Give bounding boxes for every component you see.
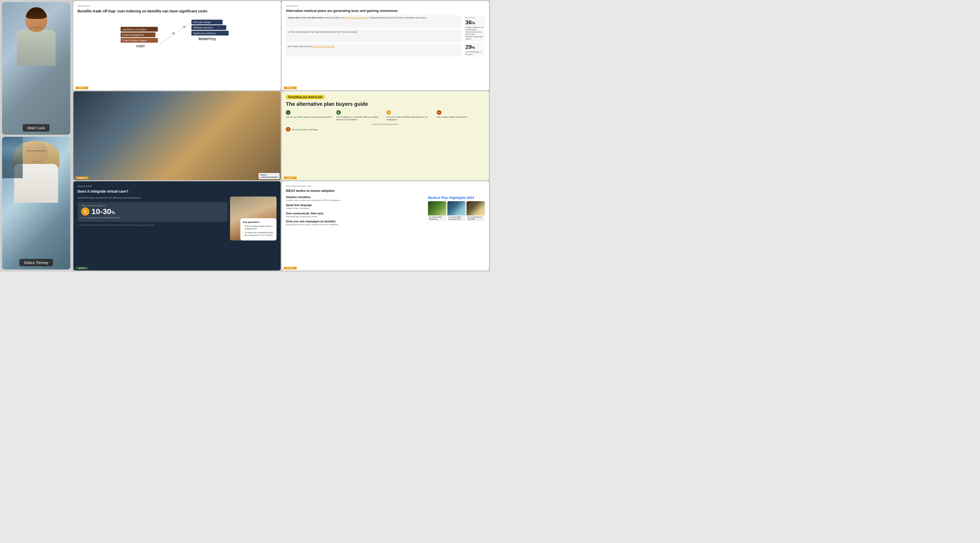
virtual-layout: Virtual-first plans are best for cost ef… xyxy=(78,196,277,240)
savings-label: VHPs can drive savings of xyxy=(81,205,224,207)
slide1-title: Benefits trade off trap: over-indexing o… xyxy=(78,9,277,13)
benefits-svg: Significant cost impact Limited engageme… xyxy=(78,16,277,49)
benefits-diagram: Significant cost impact Limited engageme… xyxy=(78,16,277,49)
slide1-intro: Introduction xyxy=(78,5,277,7)
slide6-intro: Key Implementation Tips xyxy=(286,185,485,188)
plan-card-firefly: Hi, I'm the Firefly Health Plan. xyxy=(428,201,446,221)
q-num-2: 2 xyxy=(336,110,341,115)
slide5-title: Does it integrate virtual care? xyxy=(78,189,277,194)
roi-line: 5 ROI & cost control will follow xyxy=(286,127,485,133)
savings-icon-row: $ 10-30% xyxy=(81,207,224,216)
question-4: 4 Will it create a better experience? xyxy=(437,110,485,121)
spritely-logo2: SPRITELY xyxy=(284,87,297,89)
slide5-footer: SPRITELY xyxy=(75,267,278,269)
plan-img-firefly xyxy=(428,201,446,215)
kq-arrow-2: › xyxy=(243,231,244,237)
q-text-4: Will it create a better experience? xyxy=(437,116,485,118)
roi-text: ROI & cost control will follow xyxy=(292,129,318,131)
svg-text:Digital point solutions: Digital point solutions xyxy=(193,32,216,35)
svg-line-7 xyxy=(160,21,194,44)
speaker1-video: Matt Cook xyxy=(2,2,70,135)
buyers-title: The alternative plan buyers guide xyxy=(286,101,485,107)
tactic-title-2: Speak their language xyxy=(286,204,425,207)
spritely-logo6: SPRITELY xyxy=(284,267,297,269)
speaker2-name: Debra Tierney xyxy=(19,259,53,266)
plan-card-health: Hi, I'm the Health Investment Plan. xyxy=(447,201,466,221)
savings-number-block: 10-30% xyxy=(91,208,115,215)
question-2: 2 Can it integrate or coordinate with ou… xyxy=(336,110,385,121)
plan-img-premier xyxy=(466,201,485,215)
virtual-subtitle: Virtual-first plans are best for cost ef… xyxy=(78,196,228,200)
tactics-right: Medical Plan Highlights 2024 Hi, I'm the… xyxy=(428,196,485,228)
q-num-1: 1 xyxy=(286,110,291,115)
stat-29: 29% are considering it in the near... xyxy=(464,43,485,57)
alt-medical-content: Anthem Blue Cross and Blue Shield introd… xyxy=(286,15,485,57)
kq-item-2: › Is virtual care embedded within the ec… xyxy=(243,231,274,237)
q-text-3: How will it make healthcare affordable f… xyxy=(387,116,435,121)
tactic-2: Speak their language "Adopt a Plan" fram… xyxy=(286,204,425,210)
medical-plan-title: Medical Plan Highlights 2024 xyxy=(428,196,485,200)
tactic-desc-2: "Adopt a Plan" framework xyxy=(286,207,425,210)
slide-benefits: Introduction Benefits trade off trap: ov… xyxy=(73,1,281,90)
slide5-intro: Buyers Guide xyxy=(78,185,277,188)
tactic-desc-3: Especially with a new novel model xyxy=(286,215,425,218)
slide6-title: IDEXX tactics to ensure adoption xyxy=(286,189,485,193)
tactic-desc-4: Employees know our team, creates a sense… xyxy=(286,223,425,226)
idexx-building-image: IDEXXLABORATORIES xyxy=(225,106,277,129)
slide-buyers-guide: Everything you need to ask The alternati… xyxy=(282,91,489,180)
q-num-4: 4 xyxy=(437,110,441,115)
plan-cards-row: Hi, I'm the Firefly Health Plan. Hi, I'm… xyxy=(428,201,485,221)
tactic-title-1: Adoption simulation xyxy=(286,196,425,199)
stat-number-29: 29% xyxy=(465,44,484,50)
idexx-images: IDEXXLABORATORIES xyxy=(225,106,277,151)
tactic-4: Drink your own champagne (or benefits) E… xyxy=(286,220,425,226)
plan-img-health xyxy=(447,201,466,215)
svg-text:Rich plan design: Rich plan design xyxy=(193,21,211,24)
question-1: 1 How do we make it easier to access pri… xyxy=(286,110,334,121)
svg-text:Wellness solutions: Wellness solutions xyxy=(193,26,213,29)
spritely-logo1: SPRITELY xyxy=(75,87,88,89)
slide-idexx: Introduction IDEXX: Breaking the mold of… xyxy=(73,91,281,180)
svg-text:COST: COST xyxy=(136,45,145,48)
questions-grid: 1 How do we make it easier to access pri… xyxy=(286,110,485,121)
svg-text:"Point Solution Fatigue": "Point Solution Fatigue" xyxy=(122,39,147,42)
svg-point-8 xyxy=(172,32,175,34)
kq-arrow-1: › xyxy=(243,225,244,230)
stat-36: As of 2024 36% of large employers are co… xyxy=(464,15,485,41)
plan-label-health: Hi, I'm the Health Investment Plan. xyxy=(447,215,466,221)
stat-desc-29: are considering it in the near... xyxy=(465,51,484,55)
stat-number-36: 36% xyxy=(465,20,484,25)
spritely-logo5: SPRITELY xyxy=(75,267,88,269)
plan-card-premier: Hi, I'm the Premier Care Plan. xyxy=(466,201,485,221)
tactic-3: Over-communicate. Start early. Especiall… xyxy=(286,212,425,218)
slide-tactics: Key Implementation Tips IDEXX tactics to… xyxy=(282,181,489,271)
kq-title: Key questions: xyxy=(243,221,274,223)
tactic-title-4: Drink your own champagne (or benefits) xyxy=(286,220,425,223)
article-2: Is There an Alternative to the High-Dedu… xyxy=(286,29,461,42)
tactics-layout: Adoption simulation Learned cost / acces… xyxy=(286,196,485,228)
spritely-logo4: SPRITELY xyxy=(284,177,297,179)
virtual-left: Virtual-first plans are best for cost ef… xyxy=(78,196,228,240)
kq-item-1: › Does the plan design reinforce engagem… xyxy=(243,225,274,230)
plan-label-firefly: Hi, I'm the Firefly Health Plan. xyxy=(428,215,446,221)
alt-stats: As of 2024 36% of large employers are co… xyxy=(464,15,485,57)
savings-number: 10-30% xyxy=(91,208,115,215)
alt-articles: Anthem Blue Cross and Blue Shield introd… xyxy=(286,15,461,57)
speaker1-name: Matt Cook xyxy=(23,124,49,132)
svg-text:Limited engagement: Limited engagement xyxy=(122,33,144,36)
tactic-title-3: Over-communicate. Start early. xyxy=(286,212,425,215)
video-panel: Matt Cook Debra Tierney xyxy=(0,0,72,272)
article-1: Anthem Blue Cross and Blue Shield introd… xyxy=(286,15,461,28)
savings-icon: $ xyxy=(81,207,89,216)
q-text-2: Can it integrate or coordinate with our … xyxy=(336,116,385,121)
slide2-title: Alternative medical plans are generating… xyxy=(286,9,485,13)
stat-desc-36: of large employers are considering or im… xyxy=(465,26,484,40)
q-text-1: How do we make it easier to access prima… xyxy=(286,116,334,118)
tactic-desc-1: Learned cost / access were important to … xyxy=(286,199,425,202)
idexx-layout: › Science & technology industry › Nation… xyxy=(78,106,277,151)
slide2-footer: SPRITELY xyxy=(284,87,487,89)
slide6-footer: SPRITELY xyxy=(284,267,487,269)
plan-label-premier: Hi, I'm the Premier Care Plan. xyxy=(466,215,485,221)
tactic-1: Adoption simulation Learned cost / acces… xyxy=(286,196,425,202)
slide-virtual-care: Buyers Guide Does it integrate virtual c… xyxy=(73,181,281,271)
